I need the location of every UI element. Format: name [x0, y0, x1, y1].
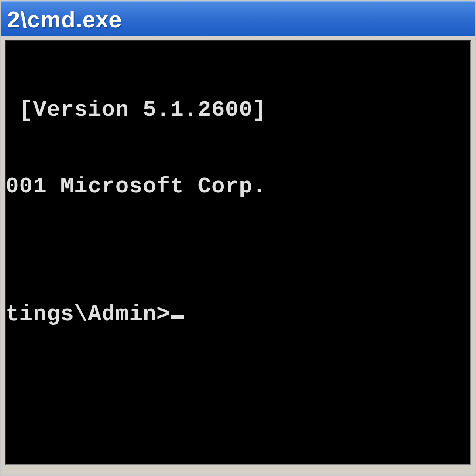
command-prompt-window: 2\cmd.exe [Version 5.1.2600] 001 Microso… [0, 0, 476, 476]
titlebar[interactable]: 2\cmd.exe [1, 1, 475, 36]
prompt-line: tings\Admin> [6, 301, 470, 327]
window-title: 2\cmd.exe [7, 6, 122, 33]
console-area[interactable]: [Version 5.1.2600] 001 Microsoft Corp. t… [5, 40, 471, 465]
prompt-text: tings\Admin> [6, 301, 170, 327]
console-output: [Version 5.1.2600] 001 Microsoft Corp. t… [6, 46, 470, 378]
window-bottom-frame [1, 469, 475, 475]
cursor-icon [171, 315, 184, 319]
window-frame: [Version 5.1.2600] 001 Microsoft Corp. t… [1, 36, 475, 469]
console-line: [Version 5.1.2600] [6, 97, 470, 123]
console-line: 001 Microsoft Corp. [6, 174, 470, 199]
